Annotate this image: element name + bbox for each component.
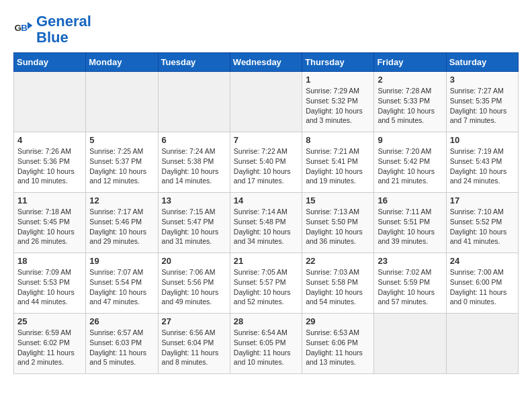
day-number: 25 <box>17 316 82 326</box>
day-info: Sunrise: 7:28 AM Sunset: 5:33 PM Dayligh… <box>378 86 442 126</box>
calendar-day-cell: 3Sunrise: 7:27 AM Sunset: 5:35 PM Daylig… <box>446 72 518 132</box>
day-info: Sunrise: 7:09 AM Sunset: 5:53 PM Dayligh… <box>17 267 82 307</box>
day-number: 7 <box>234 135 298 145</box>
calendar-day-cell: 26Sunrise: 6:57 AM Sunset: 6:03 PM Dayli… <box>86 314 158 374</box>
weekday-header-row: SundayMondayTuesdayWednesdayThursdayFrid… <box>14 53 519 72</box>
day-info: Sunrise: 6:57 AM Sunset: 6:03 PM Dayligh… <box>89 328 154 367</box>
logo: G B GeneralBlue <box>13 13 91 46</box>
weekday-header: Wednesday <box>230 53 302 72</box>
weekday-header: Sunday <box>14 53 86 72</box>
page-header: G B GeneralBlue <box>13 13 519 46</box>
calendar-day-cell: 14Sunrise: 7:14 AM Sunset: 5:48 PM Dayli… <box>230 193 302 253</box>
day-info: Sunrise: 7:24 AM Sunset: 5:38 PM Dayligh… <box>162 146 226 186</box>
svg-marker-2 <box>28 22 33 30</box>
day-info: Sunrise: 6:53 AM Sunset: 6:06 PM Dayligh… <box>306 328 370 367</box>
calendar-day-cell: 19Sunrise: 7:07 AM Sunset: 5:54 PM Dayli… <box>86 253 158 314</box>
day-info: Sunrise: 7:05 AM Sunset: 5:57 PM Dayligh… <box>234 267 298 307</box>
weekday-header: Friday <box>374 53 446 72</box>
day-number: 21 <box>234 256 298 266</box>
day-number: 22 <box>306 256 370 266</box>
day-info: Sunrise: 7:14 AM Sunset: 5:48 PM Dayligh… <box>234 207 298 246</box>
weekday-header: Saturday <box>446 53 518 72</box>
calendar-day-cell: 18Sunrise: 7:09 AM Sunset: 5:53 PM Dayli… <box>14 253 86 314</box>
day-info: Sunrise: 7:29 AM Sunset: 5:32 PM Dayligh… <box>306 86 370 126</box>
calendar-week-row: 25Sunrise: 6:59 AM Sunset: 6:02 PM Dayli… <box>14 314 519 374</box>
day-number: 3 <box>450 75 515 85</box>
calendar-day-cell <box>230 72 302 132</box>
day-number: 29 <box>306 316 370 326</box>
day-number: 13 <box>162 195 226 205</box>
calendar-week-row: 18Sunrise: 7:09 AM Sunset: 5:53 PM Dayli… <box>14 253 519 314</box>
day-number: 16 <box>378 195 442 205</box>
day-number: 28 <box>234 316 298 326</box>
day-info: Sunrise: 7:20 AM Sunset: 5:42 PM Dayligh… <box>378 146 442 186</box>
day-number: 19 <box>89 256 154 266</box>
calendar-day-cell: 6Sunrise: 7:24 AM Sunset: 5:38 PM Daylig… <box>158 132 230 193</box>
day-number: 11 <box>17 195 82 205</box>
logo-icon: G B <box>13 19 34 40</box>
calendar-week-row: 1Sunrise: 7:29 AM Sunset: 5:32 PM Daylig… <box>14 72 519 132</box>
day-info: Sunrise: 7:10 AM Sunset: 5:52 PM Dayligh… <box>450 207 515 246</box>
day-number: 4 <box>17 135 82 145</box>
day-info: Sunrise: 7:21 AM Sunset: 5:41 PM Dayligh… <box>306 146 370 186</box>
calendar-day-cell: 24Sunrise: 7:00 AM Sunset: 6:00 PM Dayli… <box>446 253 518 314</box>
day-number: 15 <box>306 195 370 205</box>
day-info: Sunrise: 6:56 AM Sunset: 6:04 PM Dayligh… <box>162 328 226 367</box>
calendar-day-cell: 10Sunrise: 7:19 AM Sunset: 5:43 PM Dayli… <box>446 132 518 193</box>
calendar-day-cell: 9Sunrise: 7:20 AM Sunset: 5:42 PM Daylig… <box>374 132 446 193</box>
calendar-week-row: 11Sunrise: 7:18 AM Sunset: 5:45 PM Dayli… <box>14 193 519 253</box>
day-info: Sunrise: 7:07 AM Sunset: 5:54 PM Dayligh… <box>89 267 154 307</box>
calendar-day-cell: 29Sunrise: 6:53 AM Sunset: 6:06 PM Dayli… <box>302 314 374 374</box>
calendar-day-cell: 12Sunrise: 7:17 AM Sunset: 5:46 PM Dayli… <box>86 193 158 253</box>
day-number: 20 <box>162 256 226 266</box>
day-number: 2 <box>378 75 442 85</box>
day-info: Sunrise: 7:13 AM Sunset: 5:50 PM Dayligh… <box>306 207 370 246</box>
calendar-day-cell: 7Sunrise: 7:22 AM Sunset: 5:40 PM Daylig… <box>230 132 302 193</box>
day-info: Sunrise: 6:59 AM Sunset: 6:02 PM Dayligh… <box>17 328 82 367</box>
day-info: Sunrise: 7:02 AM Sunset: 5:59 PM Dayligh… <box>378 267 442 307</box>
logo-text: GeneralBlue <box>36 13 91 46</box>
calendar-day-cell: 28Sunrise: 6:54 AM Sunset: 6:05 PM Dayli… <box>230 314 302 374</box>
calendar-day-cell: 2Sunrise: 7:28 AM Sunset: 5:33 PM Daylig… <box>374 72 446 132</box>
weekday-header: Tuesday <box>158 53 230 72</box>
day-info: Sunrise: 7:03 AM Sunset: 5:58 PM Dayligh… <box>306 267 370 307</box>
calendar-day-cell: 20Sunrise: 7:06 AM Sunset: 5:56 PM Dayli… <box>158 253 230 314</box>
calendar-day-cell <box>446 314 518 374</box>
calendar-day-cell: 1Sunrise: 7:29 AM Sunset: 5:32 PM Daylig… <box>302 72 374 132</box>
day-info: Sunrise: 7:27 AM Sunset: 5:35 PM Dayligh… <box>450 86 515 126</box>
day-number: 18 <box>17 256 82 266</box>
day-number: 27 <box>162 316 226 326</box>
day-info: Sunrise: 7:15 AM Sunset: 5:47 PM Dayligh… <box>162 207 226 246</box>
calendar-day-cell: 23Sunrise: 7:02 AM Sunset: 5:59 PM Dayli… <box>374 253 446 314</box>
day-number: 9 <box>378 135 442 145</box>
day-number: 8 <box>306 135 370 145</box>
calendar-day-cell: 13Sunrise: 7:15 AM Sunset: 5:47 PM Dayli… <box>158 193 230 253</box>
calendar-table: SundayMondayTuesdayWednesdayThursdayFrid… <box>13 52 519 374</box>
day-number: 12 <box>89 195 154 205</box>
day-number: 1 <box>306 75 370 85</box>
calendar-day-cell <box>374 314 446 374</box>
weekday-header: Thursday <box>302 53 374 72</box>
calendar-day-cell <box>158 72 230 132</box>
day-number: 26 <box>89 316 154 326</box>
calendar-day-cell: 27Sunrise: 6:56 AM Sunset: 6:04 PM Dayli… <box>158 314 230 374</box>
calendar-day-cell: 4Sunrise: 7:26 AM Sunset: 5:36 PM Daylig… <box>14 132 86 193</box>
day-number: 6 <box>162 135 226 145</box>
svg-text:G: G <box>15 23 22 33</box>
day-number: 14 <box>234 195 298 205</box>
day-number: 24 <box>450 256 515 266</box>
day-number: 10 <box>450 135 515 145</box>
day-info: Sunrise: 7:18 AM Sunset: 5:45 PM Dayligh… <box>17 207 82 246</box>
calendar-day-cell: 21Sunrise: 7:05 AM Sunset: 5:57 PM Dayli… <box>230 253 302 314</box>
day-info: Sunrise: 7:11 AM Sunset: 5:51 PM Dayligh… <box>378 207 442 246</box>
calendar-week-row: 4Sunrise: 7:26 AM Sunset: 5:36 PM Daylig… <box>14 132 519 193</box>
day-info: Sunrise: 6:54 AM Sunset: 6:05 PM Dayligh… <box>234 328 298 367</box>
day-info: Sunrise: 7:00 AM Sunset: 6:00 PM Dayligh… <box>450 267 515 307</box>
weekday-header: Monday <box>86 53 158 72</box>
day-number: 5 <box>89 135 154 145</box>
calendar-day-cell: 11Sunrise: 7:18 AM Sunset: 5:45 PM Dayli… <box>14 193 86 253</box>
calendar-day-cell <box>86 72 158 132</box>
day-info: Sunrise: 7:25 AM Sunset: 5:37 PM Dayligh… <box>89 146 154 186</box>
calendar-day-cell <box>14 72 86 132</box>
day-number: 23 <box>378 256 442 266</box>
